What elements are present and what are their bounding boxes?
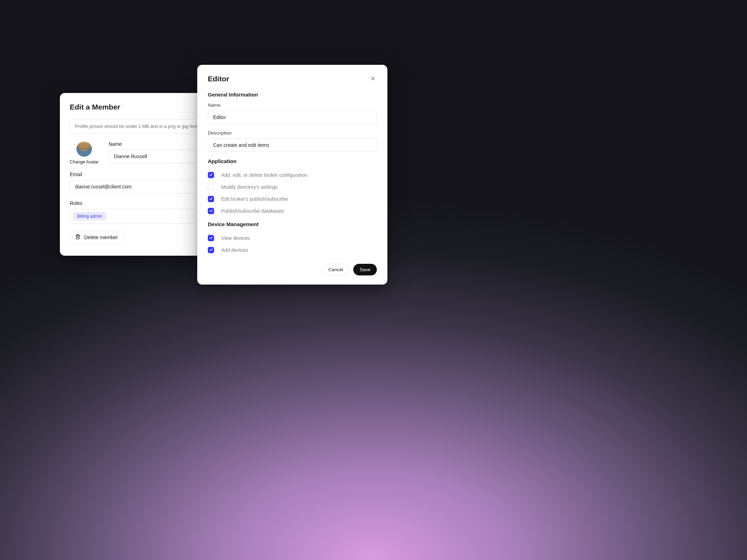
avatar[interactable]	[76, 141, 92, 157]
check-icon	[209, 196, 213, 202]
change-avatar-link[interactable]: Change Avatar	[70, 160, 99, 164]
avatar-column: Change Avatar	[70, 141, 99, 164]
close-icon	[370, 76, 376, 82]
check-icon	[209, 208, 213, 214]
general-information-heading: General Information	[208, 92, 377, 98]
device-management-heading: Device Management	[208, 221, 377, 227]
role-description-input[interactable]	[208, 138, 377, 152]
permission-checkbox[interactable]	[208, 196, 214, 202]
editor-footer: Cancel Save	[208, 264, 377, 275]
permission-row: Publish/subscribe databases	[208, 205, 377, 217]
permission-label: Add, edit, or delete broker configuratio…	[221, 172, 307, 178]
permission-checkbox[interactable]	[208, 208, 214, 214]
permission-label: Edit broker's publish/subscribe	[221, 196, 288, 202]
editor-header: Editor	[208, 75, 377, 83]
delete-member-label: Delete member	[84, 235, 118, 240]
role-chip[interactable]: Billing admin	[73, 212, 106, 220]
check-icon	[209, 235, 213, 241]
delete-member-button[interactable]: Delete member	[70, 231, 125, 244]
application-permissions-section: Application Add, edit, or delete broker …	[208, 158, 377, 217]
check-icon	[209, 172, 213, 178]
save-button[interactable]: Save	[353, 264, 377, 275]
role-name-input[interactable]	[208, 111, 377, 124]
permission-label: Add devices	[221, 247, 248, 253]
permission-label: View devices	[221, 235, 250, 241]
permission-row: Add, edit, or delete broker configuratio…	[208, 169, 377, 181]
application-heading: Application	[208, 158, 377, 164]
permission-row: Modify directory's settings	[208, 181, 377, 193]
permission-row: View devices	[208, 232, 377, 244]
role-description-label: Description	[208, 130, 377, 136]
editor-title: Editor	[208, 75, 229, 83]
trash-icon	[75, 234, 81, 241]
check-icon	[209, 247, 213, 253]
role-description-field: Description	[208, 130, 377, 152]
role-name-label: Name	[208, 102, 377, 108]
close-button[interactable]	[369, 75, 377, 83]
permission-checkbox[interactable]	[208, 247, 214, 253]
permission-label: Modify directory's settings	[221, 184, 278, 190]
permission-row: Edit broker's publish/subscribe	[208, 193, 377, 205]
permission-checkbox[interactable]	[208, 184, 214, 190]
permission-row: Add devices	[208, 244, 377, 256]
permission-checkbox[interactable]	[208, 235, 214, 241]
permission-checkbox[interactable]	[208, 172, 214, 178]
cancel-button[interactable]: Cancel	[322, 264, 350, 275]
role-name-field: Name	[208, 102, 377, 124]
editor-panel: Editor General Information Name Descript…	[197, 65, 387, 285]
permission-label: Publish/subscribe databases	[221, 208, 284, 214]
device-permissions-section: Device Management View devicesAdd device…	[208, 221, 377, 256]
